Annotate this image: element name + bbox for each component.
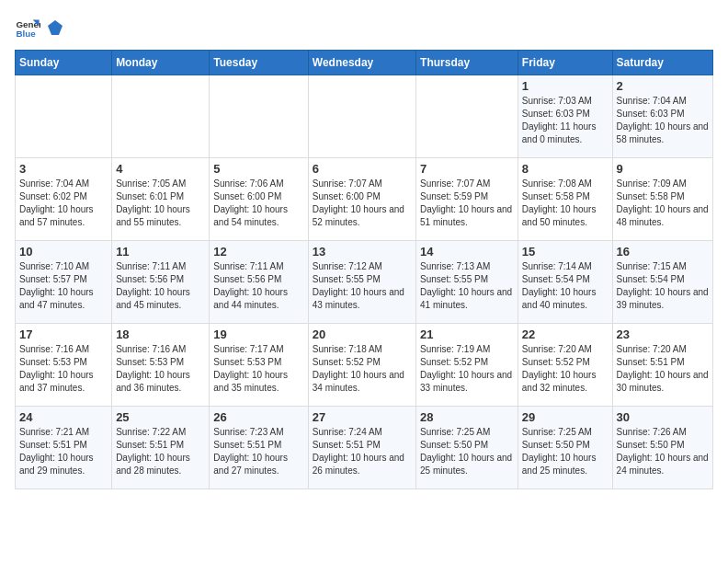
- calendar-cell: 12Sunrise: 7:11 AM Sunset: 5:56 PM Dayli…: [210, 241, 308, 324]
- day-number: 20: [313, 327, 412, 341]
- day-info: Sunrise: 7:06 AM Sunset: 6:00 PM Dayligh…: [213, 178, 303, 229]
- day-number: 7: [420, 162, 514, 176]
- calendar-cell: 25Sunrise: 7:22 AM Sunset: 5:51 PM Dayli…: [112, 407, 210, 489]
- calendar-cell: 17Sunrise: 7:16 AM Sunset: 5:53 PM Dayli…: [16, 324, 112, 407]
- day-info: Sunrise: 7:24 AM Sunset: 5:51 PM Dayligh…: [313, 426, 412, 477]
- day-info: Sunrise: 7:26 AM Sunset: 5:50 PM Dayligh…: [617, 426, 709, 477]
- calendar-cell: [16, 75, 112, 158]
- day-number: 30: [617, 410, 709, 424]
- day-number: 15: [522, 245, 609, 259]
- calendar-week-row: 24Sunrise: 7:21 AM Sunset: 5:51 PM Dayli…: [16, 407, 713, 489]
- header-saturday: Saturday: [612, 51, 712, 75]
- day-number: 12: [213, 245, 303, 259]
- calendar-cell: 21Sunrise: 7:19 AM Sunset: 5:52 PM Dayli…: [416, 324, 518, 407]
- calendar-cell: [416, 75, 518, 158]
- day-info: Sunrise: 7:10 AM Sunset: 5:57 PM Dayligh…: [19, 260, 108, 312]
- calendar-cell: 16Sunrise: 7:15 AM Sunset: 5:54 PM Dayli…: [612, 241, 712, 324]
- day-info: Sunrise: 7:17 AM Sunset: 5:53 PM Dayligh…: [213, 343, 303, 395]
- day-number: 28: [420, 410, 514, 424]
- day-info: Sunrise: 7:19 AM Sunset: 5:52 PM Dayligh…: [420, 343, 514, 395]
- day-info: Sunrise: 7:13 AM Sunset: 5:55 PM Dayligh…: [420, 260, 514, 312]
- day-info: Sunrise: 7:21 AM Sunset: 5:51 PM Dayligh…: [19, 426, 108, 477]
- logo-flag-icon: [46, 18, 64, 37]
- calendar-cell: 22Sunrise: 7:20 AM Sunset: 5:52 PM Dayli…: [518, 324, 612, 407]
- day-number: 13: [313, 245, 412, 259]
- header-wednesday: Wednesday: [308, 51, 415, 75]
- day-number: 10: [19, 245, 108, 259]
- day-info: Sunrise: 7:22 AM Sunset: 5:51 PM Dayligh…: [116, 426, 205, 477]
- day-info: Sunrise: 7:20 AM Sunset: 5:52 PM Dayligh…: [522, 343, 609, 395]
- day-number: 24: [19, 410, 108, 424]
- calendar-cell: 9Sunrise: 7:09 AM Sunset: 5:58 PM Daylig…: [612, 158, 712, 241]
- day-number: 4: [116, 162, 205, 176]
- logo: General Blue: [15, 15, 66, 40]
- day-info: Sunrise: 7:07 AM Sunset: 5:59 PM Dayligh…: [420, 178, 514, 229]
- calendar-cell: 11Sunrise: 7:11 AM Sunset: 5:56 PM Dayli…: [112, 241, 210, 324]
- header-monday: Monday: [112, 51, 210, 75]
- day-number: 26: [213, 410, 303, 424]
- calendar-cell: 24Sunrise: 7:21 AM Sunset: 5:51 PM Dayli…: [16, 407, 112, 489]
- day-info: Sunrise: 7:08 AM Sunset: 5:58 PM Dayligh…: [522, 178, 609, 229]
- calendar-cell: 4Sunrise: 7:05 AM Sunset: 6:01 PM Daylig…: [112, 158, 210, 241]
- svg-marker-3: [48, 20, 63, 35]
- calendar-cell: 8Sunrise: 7:08 AM Sunset: 5:58 PM Daylig…: [518, 158, 612, 241]
- day-info: Sunrise: 7:12 AM Sunset: 5:55 PM Dayligh…: [313, 260, 412, 312]
- day-number: 5: [213, 162, 303, 176]
- calendar-cell: 2Sunrise: 7:04 AM Sunset: 6:03 PM Daylig…: [612, 75, 712, 158]
- header: General Blue: [15, 15, 713, 40]
- calendar-cell: 27Sunrise: 7:24 AM Sunset: 5:51 PM Dayli…: [308, 407, 415, 489]
- day-info: Sunrise: 7:04 AM Sunset: 6:03 PM Dayligh…: [617, 95, 709, 146]
- calendar-cell: 28Sunrise: 7:25 AM Sunset: 5:50 PM Dayli…: [416, 407, 518, 489]
- header-thursday: Thursday: [416, 51, 518, 75]
- day-number: 29: [522, 410, 609, 424]
- calendar-cell: 26Sunrise: 7:23 AM Sunset: 5:51 PM Dayli…: [210, 407, 308, 489]
- day-number: 21: [420, 327, 514, 341]
- day-number: 27: [313, 410, 412, 424]
- day-info: Sunrise: 7:15 AM Sunset: 5:54 PM Dayligh…: [617, 260, 709, 312]
- calendar-week-row: 10Sunrise: 7:10 AM Sunset: 5:57 PM Dayli…: [16, 241, 713, 324]
- day-info: Sunrise: 7:11 AM Sunset: 5:56 PM Dayligh…: [213, 260, 303, 312]
- calendar-week-row: 3Sunrise: 7:04 AM Sunset: 6:02 PM Daylig…: [16, 158, 713, 241]
- day-info: Sunrise: 7:23 AM Sunset: 5:51 PM Dayligh…: [213, 426, 303, 477]
- calendar-cell: 1Sunrise: 7:03 AM Sunset: 6:03 PM Daylig…: [518, 75, 612, 158]
- day-number: 1: [522, 79, 609, 93]
- day-info: Sunrise: 7:03 AM Sunset: 6:03 PM Dayligh…: [522, 95, 609, 146]
- calendar-cell: 5Sunrise: 7:06 AM Sunset: 6:00 PM Daylig…: [210, 158, 308, 241]
- day-number: 9: [617, 162, 709, 176]
- day-number: 25: [116, 410, 205, 424]
- day-number: 19: [213, 327, 303, 341]
- calendar-cell: 15Sunrise: 7:14 AM Sunset: 5:54 PM Dayli…: [518, 241, 612, 324]
- day-number: 2: [617, 79, 709, 93]
- day-info: Sunrise: 7:07 AM Sunset: 6:00 PM Dayligh…: [313, 178, 412, 229]
- day-info: Sunrise: 7:16 AM Sunset: 5:53 PM Dayligh…: [116, 343, 205, 395]
- calendar-cell: [210, 75, 308, 158]
- calendar-cell: 7Sunrise: 7:07 AM Sunset: 5:59 PM Daylig…: [416, 158, 518, 241]
- day-info: Sunrise: 7:14 AM Sunset: 5:54 PM Dayligh…: [522, 260, 609, 312]
- day-number: 14: [420, 245, 514, 259]
- day-info: Sunrise: 7:16 AM Sunset: 5:53 PM Dayligh…: [19, 343, 108, 395]
- calendar-cell: 14Sunrise: 7:13 AM Sunset: 5:55 PM Dayli…: [416, 241, 518, 324]
- day-number: 22: [522, 327, 609, 341]
- calendar-cell: 23Sunrise: 7:20 AM Sunset: 5:51 PM Dayli…: [612, 324, 712, 407]
- calendar-cell: [308, 75, 415, 158]
- day-info: Sunrise: 7:09 AM Sunset: 5:58 PM Dayligh…: [617, 178, 709, 229]
- day-number: 6: [313, 162, 412, 176]
- day-number: 17: [19, 327, 108, 341]
- calendar-cell: 13Sunrise: 7:12 AM Sunset: 5:55 PM Dayli…: [308, 241, 415, 324]
- day-info: Sunrise: 7:25 AM Sunset: 5:50 PM Dayligh…: [522, 426, 609, 477]
- svg-text:Blue: Blue: [16, 29, 36, 39]
- calendar-cell: 19Sunrise: 7:17 AM Sunset: 5:53 PM Dayli…: [210, 324, 308, 407]
- day-info: Sunrise: 7:04 AM Sunset: 6:02 PM Dayligh…: [19, 178, 108, 229]
- calendar-cell: 6Sunrise: 7:07 AM Sunset: 6:00 PM Daylig…: [308, 158, 415, 241]
- day-number: 3: [19, 162, 108, 176]
- header-friday: Friday: [518, 51, 612, 75]
- day-number: 23: [617, 327, 709, 341]
- day-info: Sunrise: 7:20 AM Sunset: 5:51 PM Dayligh…: [617, 343, 709, 395]
- calendar-week-row: 1Sunrise: 7:03 AM Sunset: 6:03 PM Daylig…: [16, 75, 713, 158]
- calendar-cell: 10Sunrise: 7:10 AM Sunset: 5:57 PM Dayli…: [16, 241, 112, 324]
- day-info: Sunrise: 7:25 AM Sunset: 5:50 PM Dayligh…: [420, 426, 514, 477]
- header-tuesday: Tuesday: [210, 51, 308, 75]
- calendar-cell: 18Sunrise: 7:16 AM Sunset: 5:53 PM Dayli…: [112, 324, 210, 407]
- calendar-cell: 30Sunrise: 7:26 AM Sunset: 5:50 PM Dayli…: [612, 407, 712, 489]
- day-info: Sunrise: 7:11 AM Sunset: 5:56 PM Dayligh…: [116, 260, 205, 312]
